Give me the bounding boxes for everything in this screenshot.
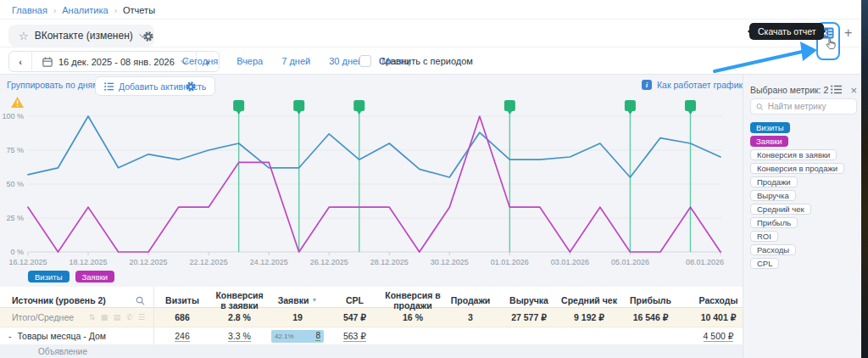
- metric-chip-sales[interactable]: Продажи: [750, 176, 798, 187]
- compare-period: Сравнить с периодом: [359, 55, 473, 67]
- totals-cpl: 547 ₽: [326, 308, 383, 327]
- applications-value[interactable]: 8: [315, 331, 320, 341]
- metric-chip-profit[interactable]: Прибыль: [750, 217, 798, 228]
- preset-7-days[interactable]: 7 дней: [281, 56, 310, 66]
- totals-conv-apps: 2.8 %: [210, 308, 269, 327]
- list-icon: [104, 82, 114, 91]
- how-chart-works-link[interactable]: i Как работает график: [642, 80, 743, 90]
- source-label[interactable]: Товары месяца - Дом: [18, 331, 107, 341]
- report-settings-gear-icon[interactable]: [142, 31, 154, 46]
- group-footer: Объявление: [0, 345, 860, 357]
- metric-chip-costs[interactable]: Расходы: [750, 244, 796, 255]
- group-footer-label: Объявление: [38, 347, 87, 356]
- totals-revenue: 27 577 ₽: [498, 308, 559, 327]
- metric-chip-applications[interactable]: Заявки: [750, 136, 788, 147]
- breadcrumb: Главная › Аналитика › Отчеты: [12, 5, 155, 15]
- download-report-tooltip: Скачать отчет: [749, 23, 824, 40]
- svg-text:24.12.2025: 24.12.2025: [250, 258, 288, 266]
- conv-apps-value[interactable]: 3.3 %: [228, 331, 251, 342]
- top-panel: Главная › Аналитика › Отчеты ☆ ВКонтакте…: [0, 0, 861, 75]
- totals-avg-check: 9 192 ₽: [559, 308, 619, 327]
- group-by-dropdown[interactable]: Группировать по дням: [7, 80, 109, 90]
- breadcrumb-analytics[interactable]: Аналитика: [62, 5, 108, 15]
- preset-today[interactable]: Сегодня: [182, 56, 218, 66]
- search-icon[interactable]: [136, 296, 145, 305]
- metric-chip-conv-apps[interactable]: Конверсия в заявки: [750, 149, 837, 160]
- metric-chip-avg-check[interactable]: Средний чек: [750, 204, 811, 215]
- table-header-row: Источник (уровень 2) Визиты Конверсия в …: [0, 287, 860, 308]
- cell-conv-sales: [383, 327, 442, 344]
- date-range-button[interactable]: 16 дек. 2025 - 08 янв. 2026: [32, 57, 196, 67]
- metrics-panel-header: Выбрано метрик: 2 ×: [750, 82, 857, 98]
- report-table: Источник (уровень 2) Визиты Конверсия в …: [0, 287, 860, 357]
- cell-profit: [619, 327, 682, 344]
- svg-text:22.12.2025: 22.12.2025: [190, 258, 228, 266]
- metric-search: [750, 98, 857, 115]
- report-selector-label: ВКонтакте (изменен): [35, 30, 133, 42]
- preset-yesterday[interactable]: Вчера: [236, 56, 263, 66]
- svg-text:05.01.2026: 05.01.2026: [611, 258, 649, 266]
- prev-period-button[interactable]: ‹: [9, 57, 31, 67]
- svg-text:03.01.2026: 03.01.2026: [551, 258, 589, 266]
- cell-avg-check: [559, 327, 619, 344]
- group-by-label: Группировать по дням: [7, 80, 99, 90]
- metrics-line-chart[interactable]: 0 %25 %50 %75 %100 %16.12.202518.12.2025…: [0, 93, 739, 266]
- metric-search-input[interactable]: [768, 102, 851, 111]
- metric-chips: Визиты Заявки Конверсия в заявки Конверс…: [750, 122, 844, 270]
- svg-text:30.12.2025: 30.12.2025: [431, 258, 469, 266]
- compare-period-label: Сравнить с периодом: [379, 56, 473, 66]
- report-selector-dropdown[interactable]: ☆ ВКонтакте (изменен): [8, 25, 154, 47]
- warning-icon[interactable]: [10, 96, 25, 112]
- calendar-icon: [42, 57, 53, 67]
- totals-label-cell: Итого/Среднее ⇅ ▦ ▤ ✆ ☰: [0, 308, 154, 327]
- svg-text:100 %: 100 %: [2, 112, 24, 120]
- metric-chip-roi[interactable]: ROI: [750, 231, 778, 242]
- applications-highlighted-cell[interactable]: 42.1% 8: [271, 330, 324, 343]
- add-report-tab-button[interactable]: +: [844, 25, 852, 41]
- metrics-list-icon[interactable]: [831, 82, 842, 98]
- favorite-star-icon[interactable]: ☆: [19, 30, 29, 42]
- cell-visits: 246: [154, 327, 210, 344]
- cell-sales: [442, 327, 498, 344]
- svg-text:75 %: 75 %: [6, 146, 24, 154]
- visits-value[interactable]: 246: [175, 331, 190, 342]
- preset-30-days[interactable]: 30 дней: [329, 56, 363, 66]
- metric-chip-conv-sales[interactable]: Конверсия в продажи: [750, 163, 844, 174]
- svg-text:16.12.2025: 16.12.2025: [8, 258, 47, 266]
- divider: [0, 47, 861, 48]
- compare-period-checkbox[interactable]: [359, 55, 371, 67]
- cell-conv-apps: 3.3 %: [210, 327, 269, 344]
- metric-chip-visits[interactable]: Визиты: [750, 122, 790, 133]
- totals-conv-sales: 16 %: [383, 308, 442, 327]
- legend-chip-applications[interactable]: Заявки: [75, 271, 115, 282]
- cpl-value[interactable]: 563 ₽: [343, 331, 366, 342]
- metrics-panel: Выбрано метрик: 2 × Визиты Заявки Конвер…: [743, 75, 861, 358]
- column-applications-label: Заявки: [278, 295, 309, 305]
- row-tool-icons[interactable]: ⇅ ▦ ▤ ✆ ☰: [89, 313, 147, 322]
- totals-sales: 3: [442, 308, 498, 327]
- svg-text:08.01.2026: 08.01.2026: [686, 258, 724, 266]
- breadcrumb-home[interactable]: Главная: [12, 5, 47, 15]
- cell-applications: 42.1% 8: [269, 327, 326, 344]
- svg-text:01.01.2026: 01.01.2026: [491, 258, 529, 266]
- metric-chip-revenue[interactable]: Выручка: [750, 190, 796, 201]
- sort-desc-icon: ▼: [311, 297, 317, 304]
- metric-chip-cpl[interactable]: CPL: [750, 258, 779, 269]
- costs-value[interactable]: 4 500 ₽: [704, 331, 734, 342]
- close-icon[interactable]: ×: [850, 85, 857, 96]
- svg-text:18.12.2025: 18.12.2025: [70, 258, 108, 266]
- collapse-row-button[interactable]: -: [8, 331, 12, 341]
- totals-label: Итого/Среднее: [12, 312, 74, 322]
- totals-visits: 686: [154, 308, 210, 327]
- totals-profit: 16 546 ₽: [619, 308, 682, 327]
- date-range-label: 16 дек. 2025 - 08 янв. 2026: [58, 57, 175, 67]
- legend-chip-visits[interactable]: Визиты: [28, 271, 70, 282]
- svg-text:0 %: 0 %: [10, 248, 24, 256]
- totals-applications: 19: [269, 308, 326, 327]
- source-cell: - Товары месяца - Дом: [0, 327, 154, 344]
- how-chart-works-label: Как работает график: [657, 80, 743, 90]
- info-icon: i: [642, 80, 652, 90]
- background-edge: [861, 0, 868, 358]
- applications-share: 42.1%: [275, 333, 294, 340]
- divider: [0, 19, 861, 20]
